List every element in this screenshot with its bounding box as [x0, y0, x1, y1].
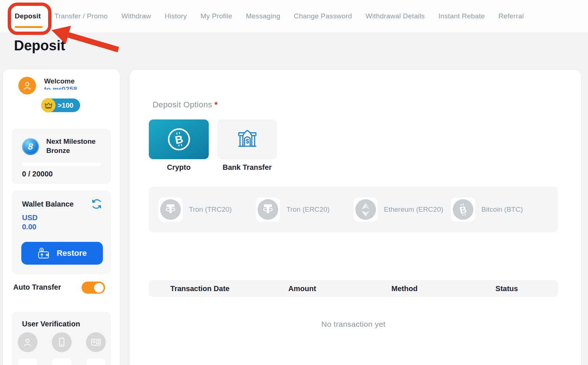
- tether-icon: [158, 197, 183, 222]
- milestone-progress-bar: [22, 162, 101, 166]
- bitcoin-icon: B: [451, 197, 475, 222]
- auto-transfer-toggle[interactable]: [82, 282, 105, 294]
- refresh-icon[interactable]: [90, 198, 103, 210]
- verify-phone-icon[interactable]: [52, 332, 72, 352]
- person-icon: [22, 80, 33, 91]
- column-status: Status: [456, 285, 558, 293]
- tab-transfer-promo[interactable]: Transfer / Promo: [54, 12, 108, 20]
- coin-icon: 8: [22, 138, 39, 155]
- svg-text:B: B: [174, 133, 184, 146]
- tab-deposit[interactable]: Deposit: [15, 12, 41, 20]
- network-label: Bitcoin (BTC): [481, 205, 523, 214]
- toggle-knob: [94, 283, 104, 293]
- deposit-options-label: Deposit Options*: [153, 100, 218, 110]
- auto-transfer-label: Auto Transfer: [13, 283, 61, 291]
- required-asterisk: *: [215, 100, 218, 109]
- verify-status-pill: [18, 358, 37, 365]
- svg-text:$: $: [41, 248, 43, 252]
- network-bitcoin-btc[interactable]: B Bitcoin (BTC): [451, 197, 548, 222]
- verify-status-pill: [86, 358, 105, 365]
- wallet-balance-value: USD 0.00: [22, 213, 37, 232]
- network-label: Tron (ERC20): [286, 205, 330, 214]
- network-label: Tron (TRC20): [189, 205, 232, 214]
- milestone-progress-text: 0 / 20000: [22, 170, 53, 178]
- milestone-card: 8 Next Milestone Bronze 0 / 20000: [12, 129, 111, 184]
- user-verification-title: User Verification: [22, 320, 80, 328]
- method-crypto-tile[interactable]: B: [149, 119, 209, 159]
- tether-icon: [256, 197, 280, 222]
- bitcoin-circle-icon: B: [167, 128, 191, 151]
- ethereum-icon: [354, 197, 378, 222]
- network-tron-trc20[interactable]: Tron (TRC20): [158, 197, 256, 222]
- tab-my-profile[interactable]: My Profile: [200, 12, 232, 20]
- verify-status-pill: [52, 358, 71, 365]
- annotation-arrow-icon: [45, 22, 126, 55]
- wallet-card: Wallet Balance USD 0.00 $: [12, 190, 111, 274]
- column-amount: Amount: [251, 285, 353, 293]
- method-crypto-label: Crypto: [149, 163, 209, 172]
- tab-messaging[interactable]: Messaging: [246, 12, 280, 20]
- restore-button[interactable]: $ Restore: [21, 242, 103, 265]
- milestone-title: Next Milestone Bronze: [46, 137, 96, 155]
- verify-person-icon[interactable]: [18, 332, 37, 352]
- user-avatar: [18, 77, 36, 94]
- restore-button-label: Restore: [57, 248, 87, 258]
- welcome-username: to mr0258: [44, 85, 107, 90]
- crypto-networks-strip: Tron (TRC20) Tron (ERC20): [149, 187, 558, 232]
- deposit-panel: Deposit Options* B Crypto: [130, 70, 581, 365]
- transactions-table-header: Transaction Date Amount Method Status: [149, 280, 558, 297]
- sidebar: Welcome to mr0258 >100 8 Next Milestone …: [3, 69, 120, 365]
- column-transaction-date: Transaction Date: [149, 285, 251, 293]
- tab-withdraw[interactable]: Withdraw: [121, 12, 151, 20]
- level-badge-value: >100: [58, 101, 74, 110]
- svg-text:$: $: [245, 138, 249, 145]
- wallet-title: Wallet Balance: [22, 200, 74, 208]
- column-method: Method: [354, 285, 456, 293]
- tab-withdrawal-details[interactable]: Withdrawal Details: [366, 12, 425, 20]
- crown-icon: [41, 98, 55, 112]
- welcome-greeting: Welcome: [44, 77, 107, 85]
- user-verification-card: User Verification: [12, 312, 111, 365]
- tab-instant-rebate[interactable]: Instant Rebate: [438, 12, 485, 20]
- network-label: Ethereum (ERC20): [384, 205, 444, 214]
- network-tron-erc20[interactable]: Tron (ERC20): [256, 197, 353, 222]
- level-badge: >100: [42, 99, 80, 112]
- bank-icon: $: [236, 128, 259, 151]
- wallet-icon: $: [37, 247, 51, 259]
- method-bank-transfer-tile[interactable]: $: [217, 119, 277, 159]
- tab-history[interactable]: History: [165, 12, 187, 20]
- method-bank-transfer-label: Bank Transfer: [217, 163, 277, 172]
- network-ethereum-erc20[interactable]: Ethereum (ERC20): [354, 197, 451, 222]
- active-tab-underline: [15, 26, 43, 28]
- verify-id-card-icon[interactable]: [86, 332, 106, 352]
- auto-transfer-row: Auto Transfer: [13, 282, 110, 294]
- empty-transactions-message: No transaction yet: [149, 320, 558, 329]
- tab-change-password[interactable]: Change Password: [294, 12, 352, 20]
- tab-referral[interactable]: Referral: [498, 12, 524, 20]
- welcome-text: Welcome to mr0258: [44, 77, 107, 90]
